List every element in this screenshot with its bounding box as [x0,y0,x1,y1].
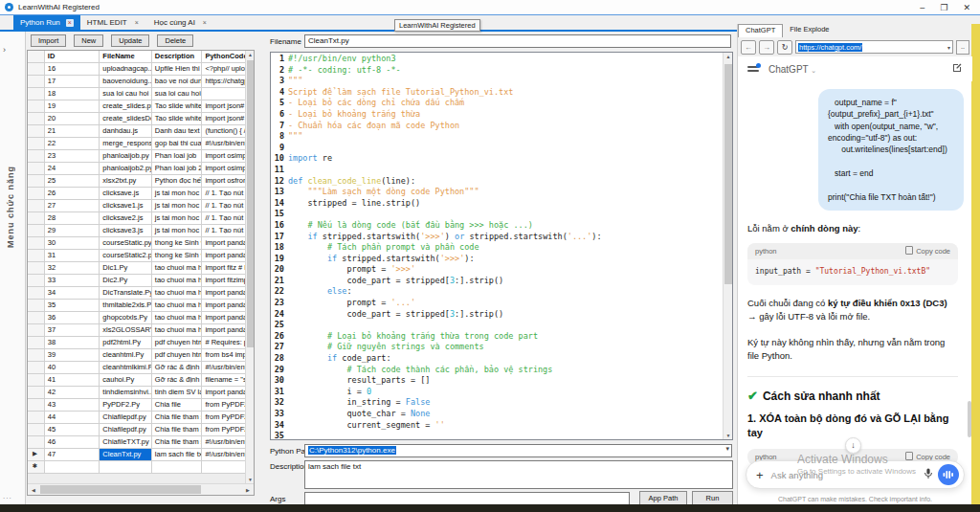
table-cell[interactable]: lam sach file txt [152,449,203,461]
table-cell[interactable]: pdf chuyen html [152,337,203,349]
table-cell[interactable]: Dic2.Py [100,275,152,287]
table-cell[interactable]: // 1. Tạo nút Ne [202,188,245,200]
table-cell[interactable]: phanloaijob2.py [100,163,152,175]
table-cell[interactable] [100,461,152,474]
app-path-button[interactable]: App Path [639,491,687,505]
args-input[interactable] [304,492,630,505]
table-row[interactable]: 35thmltable2xls.Pytao chuoi ma h...impor… [28,300,245,312]
table-cell[interactable]: import pandas . [202,387,245,399]
table-cell[interactable]: 23 [45,150,100,163]
column-header-description[interactable]: Description [152,51,203,63]
table-cell[interactable]: uploadnagcap... [100,63,152,76]
table-cell[interactable]: Gỡ rác & định ... [152,362,203,374]
maximize-button[interactable]: ❐ [940,3,947,12]
table-cell[interactable]: // 1. Tạo nút Ne [202,225,245,237]
table-cell[interactable]: sua loi cau hoi ... [100,88,152,100]
table-cell[interactable]: bao ve noi dun... [152,76,203,88]
table-cell[interactable]: 19 [45,100,100,113]
scroll-up-icon[interactable]: ▲ [246,52,255,57]
table-row[interactable]: 43PyPDF2.PyChia filefrom PyPDF2 i... [28,399,245,412]
table-cell[interactable]: Dic1.Py [100,262,152,275]
table-row[interactable]: 25xlsx2txt.pyPython đọc hết...import osf… [28,175,245,188]
table-cell[interactable] [202,461,245,474]
table-cell[interactable]: tao chuoi ma h... [152,312,203,324]
python-path-combobox[interactable]: C:\Python312\python.exe ▾ [304,444,732,457]
table-cell[interactable]: 20 [45,113,100,125]
table-cell[interactable]: tao chuoi ma h... [152,287,203,300]
table-cell[interactable]: gop bai thi cua ... [152,138,203,150]
scroll-left-icon[interactable]: ◀ [28,484,39,496]
row-header-cell[interactable] [28,138,45,150]
table-cell[interactable]: courseStatic.py [100,237,152,250]
table-cell[interactable]: js tai mon hoc [152,200,203,212]
table-cell[interactable]: Gỡ rác & định ... [152,374,203,387]
row-header-cell[interactable] [28,349,45,362]
table-cell[interactable]: import osimpo. [202,163,245,175]
tab-hoc-cung-ai[interactable]: Học cùng AI × [147,15,215,30]
row-header-cell[interactable] [28,76,45,88]
scrollbar-thumb[interactable] [247,60,254,347]
table-cell[interactable]: from PyPDF2 i... [202,412,245,424]
sidebar-toggle-icon[interactable] [747,64,759,74]
attach-icon[interactable]: + [756,468,764,482]
table-cell[interactable]: xls2GLOSSARY... [100,324,152,337]
filename-input[interactable]: CleanTxt.py [304,34,731,48]
table-cell[interactable]: tinhdiemsinhvi... [100,387,152,399]
table-cell[interactable]: 18 [45,88,100,100]
row-header-cell[interactable] [28,113,45,125]
row-header-cell[interactable] [28,175,45,188]
table-cell[interactable]: #!/usr/bin/env . [202,449,245,461]
table-cell[interactable]: ghopcotxls.Py [100,312,152,324]
code-editor[interactable]: 1#!/usr/bin/env python32# -*- coding: ut… [270,52,733,440]
table-cell[interactable]: sua loi cau hoi ... [152,88,203,100]
row-header-cell[interactable] [28,387,45,399]
row-header-cell[interactable] [28,300,45,312]
table-cell[interactable]: 31 [45,250,100,262]
table-cell[interactable]: courseStatic2.py [100,250,152,262]
table-cell[interactable]: from PyPDF2 i... [202,399,245,412]
table-cell[interactable]: 17 [45,76,100,88]
table-cell[interactable]: from bs4 impor. [202,349,245,362]
table-cell[interactable]: 45 [45,424,100,436]
tab-close-icon[interactable]: × [201,19,209,27]
table-cell[interactable]: #!/usr/bin/env . [202,436,245,449]
table-cell[interactable]: <?php// uploa.. [202,63,245,76]
table-row[interactable]: 22merge_respons...gop bai thi cua ...#!/… [28,138,245,150]
table-cell[interactable]: import json# Ki [202,100,245,113]
table-row[interactable]: 16uploadnagcap...Upfile Hien thi ...<?ph… [28,63,245,76]
browser-more-button[interactable]: .. [956,40,969,55]
table-cell[interactable] [45,461,100,474]
url-bar[interactable]: https://chatgpt.com/ ▾ [795,40,953,54]
table-cell[interactable]: import pandas . [202,250,245,262]
table-cell[interactable]: import osfrom . [202,175,245,188]
table-cell[interactable]: 21 [45,125,100,138]
row-header-cell[interactable] [28,262,45,275]
tab-chatgpt[interactable]: ChatGPT [738,24,783,37]
tab-close-icon[interactable]: × [133,19,141,27]
table-row[interactable]: 38pdf2html.Pypdf chuyen html# Requires: … [28,337,245,349]
update-button[interactable]: Update [111,34,149,47]
table-cell[interactable]: CleanTxt.py [100,449,152,461]
minimize-button[interactable]: – [920,3,924,12]
table-cell[interactable]: from PyPDF2 i... [202,424,245,436]
table-cell[interactable]: 47 [45,449,100,461]
table-cell[interactable]: import pandas . [202,287,245,300]
table-cell[interactable]: Tao slide white... [152,113,203,125]
chat-composer[interactable]: + Ask anything [746,460,965,489]
grid-horizontal-scrollbar[interactable]: ◀ ▶ [28,483,254,495]
row-header-cell[interactable] [28,250,45,262]
table-cell[interactable]: clicksave1.js [100,200,152,212]
back-button[interactable]: ← [741,40,756,55]
tab-close-icon[interactable]: × [66,19,74,27]
row-header-cell[interactable]: ▶ [28,449,45,461]
table-cell[interactable]: phanloaijob.py [100,150,152,163]
table-cell[interactable]: Chia file [152,399,203,412]
table-cell[interactable]: clicksave.js [100,188,152,200]
grid-vertical-scrollbar[interactable]: ▲ ▼ [245,51,254,483]
table-row[interactable]: 41cauhoi.PyGỡ rác & định ...filename = "… [28,374,245,387]
table-row[interactable]: ▶47CleanTxt.pylam sach file txt#!/usr/bi… [28,449,245,461]
table-row[interactable]: 29clicksave3.jsjs tai mon hoc// 1. Tạo n… [28,225,245,237]
table-cell[interactable]: clicksave2.js [100,212,152,225]
table-cell[interactable]: thong ke Sinh v... [152,237,203,250]
table-cell[interactable]: 27 [45,200,100,212]
